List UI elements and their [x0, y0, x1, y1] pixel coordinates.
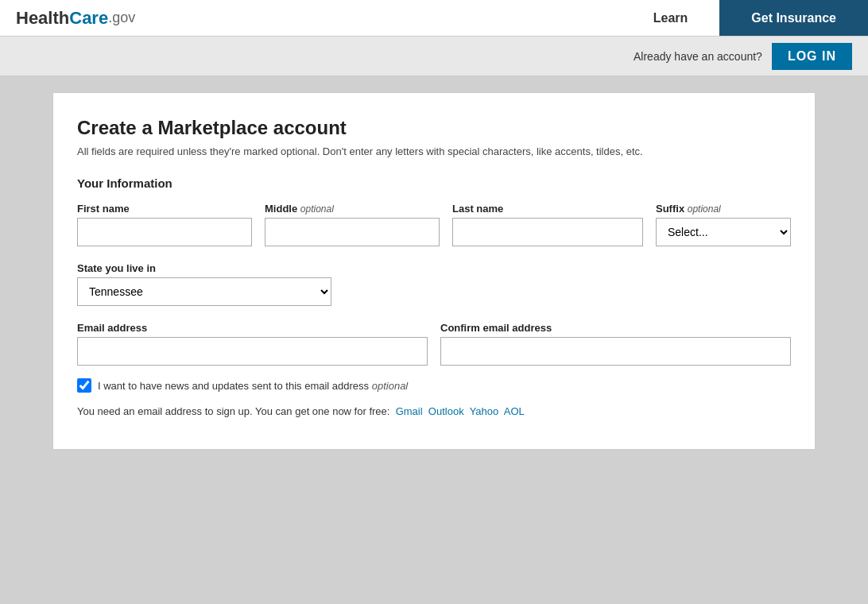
confirm-email-label: Confirm email address [440, 322, 791, 334]
email-note: You need an email address to sign up. Yo… [77, 405, 791, 417]
yahoo-link[interactable]: Yahoo [470, 405, 499, 417]
already-have-account-text: Already have an account? [634, 50, 762, 63]
outlook-link[interactable]: Outlook [428, 405, 464, 417]
first-name-group: First name [77, 203, 252, 246]
form-card: Create a Marketplace account All fields … [52, 92, 816, 450]
state-row: State you live in Tennessee Alabama Alas… [77, 262, 791, 306]
last-name-label: Last name [452, 203, 643, 215]
form-subtitle: All fields are required unless they're m… [77, 145, 791, 157]
email-input[interactable] [77, 337, 428, 366]
nav-learn[interactable]: Learn [622, 0, 720, 36]
last-name-group: Last name [452, 203, 643, 246]
your-info-section-title: Your Information [77, 176, 791, 190]
logo-health: Health [16, 8, 69, 29]
sub-header: Already have an account? LOG IN [0, 37, 868, 76]
middle-name-group: Middle optional [265, 203, 440, 246]
logo: HealthCare.gov [0, 0, 151, 36]
news-checkbox-label[interactable]: I want to have news and updates sent to … [98, 380, 408, 392]
email-row: Email address Confirm email address [77, 322, 791, 366]
email-label: Email address [77, 322, 428, 334]
logo-gov: .gov [108, 10, 135, 26]
last-name-input[interactable] [452, 218, 643, 246]
middle-name-label: Middle optional [265, 203, 440, 215]
suffix-group: Suffix optional Select... Jr. Sr. II III… [656, 203, 791, 246]
form-title: Create a Marketplace account [77, 117, 791, 139]
state-select[interactable]: Tennessee Alabama Alaska Arizona Califor… [77, 277, 331, 306]
name-row: First name Middle optional Last name Suf… [77, 203, 791, 246]
news-checkbox[interactable] [77, 378, 91, 393]
gmail-link[interactable]: Gmail [396, 405, 423, 417]
main-nav: Learn Get Insurance [622, 0, 868, 36]
nav-get-insurance[interactable]: Get Insurance [719, 0, 868, 36]
suffix-label: Suffix optional [656, 203, 791, 215]
state-label: State you live in [77, 262, 331, 274]
confirm-email-group: Confirm email address [440, 322, 791, 366]
first-name-input[interactable] [77, 218, 252, 246]
confirm-email-input[interactable] [440, 337, 791, 366]
aol-link[interactable]: AOL [504, 405, 525, 417]
main-header: HealthCare.gov Learn Get Insurance [0, 0, 868, 37]
logo-care: Care [69, 8, 108, 29]
login-button[interactable]: LOG IN [772, 43, 852, 70]
suffix-select[interactable]: Select... Jr. Sr. II III IV [656, 218, 791, 246]
middle-name-input[interactable] [265, 218, 440, 246]
main-content: Create a Marketplace account All fields … [0, 76, 868, 604]
email-group: Email address [77, 322, 428, 366]
state-group: State you live in Tennessee Alabama Alas… [77, 262, 331, 306]
news-checkbox-row: I want to have news and updates sent to … [77, 378, 791, 393]
first-name-label: First name [77, 203, 252, 215]
